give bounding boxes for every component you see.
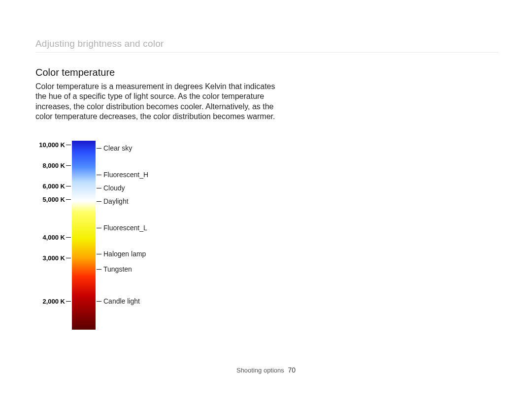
kelvin-label: 6,000 K: [35, 183, 65, 190]
kelvin-tick: [66, 145, 71, 145]
source-label: Daylight: [103, 197, 129, 205]
page: Adjusting brightness and color Color tem…: [0, 0, 532, 401]
source-label: Tungsten: [103, 265, 132, 273]
section-title: Color temperature: [35, 67, 115, 78]
page-header: Adjusting brightness and color: [35, 38, 164, 49]
kelvin-tick: [66, 258, 71, 258]
kelvin-label: 2,000 K: [35, 298, 65, 305]
section-body: Color temperature is a measurement in de…: [35, 82, 287, 122]
source-label: Fluorescent_H: [103, 171, 148, 179]
kelvin-label: 10,000 K: [35, 141, 65, 149]
kelvin-tick: [66, 199, 71, 200]
source-tick: [97, 254, 101, 254]
source-label: Candle light: [103, 297, 140, 305]
header-divider: [35, 52, 499, 53]
kelvin-label: 3,000 K: [35, 254, 65, 262]
kelvin-label: 5,000 K: [35, 196, 65, 203]
source-tick: [97, 269, 101, 270]
source-tick: [97, 201, 101, 202]
page-footer: Shooting options 70: [0, 366, 532, 374]
kelvin-tick: [66, 237, 71, 238]
kelvin-label: 4,000 K: [35, 234, 65, 241]
kelvin-tick: [66, 186, 71, 186]
source-tick: [97, 148, 101, 149]
source-label: Cloudy: [103, 184, 125, 192]
source-tick: [97, 188, 101, 188]
source-label: Clear sky: [103, 144, 132, 152]
source-label: Halogen lamp: [103, 250, 146, 258]
kelvin-tick: [66, 301, 71, 302]
source-tick: [97, 301, 101, 302]
color-gradient-bar: [72, 141, 96, 330]
source-label: Fluorescent_L: [103, 224, 147, 232]
kelvin-tick: [66, 165, 71, 166]
kelvin-label: 8,000 K: [35, 162, 65, 169]
source-tick: [97, 228, 101, 228]
source-tick: [97, 175, 101, 175]
color-temperature-diagram: 10,000 K 8,000 K 6,000 K 5,000 K 4,000 K…: [35, 141, 233, 338]
page-number: 70: [288, 366, 296, 374]
footer-section: Shooting options: [236, 367, 284, 374]
